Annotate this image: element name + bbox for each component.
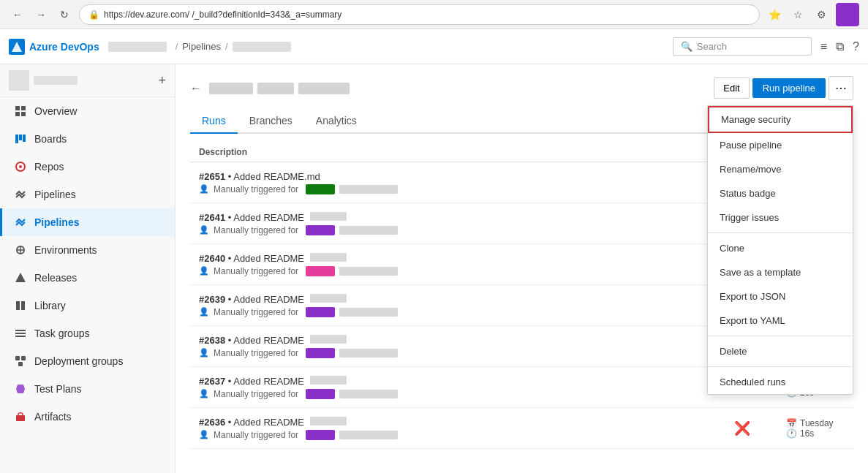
dropdown-item-status-badge[interactable]: Status badge [708,181,853,205]
dropdown-menu: Manage security Pause pipeline Rename/mo… [707,105,853,395]
user-icon: 👤 [199,348,209,357]
run-info: #2651 • Added README.md 👤 Manually trigg… [199,171,757,194]
tab-branches[interactable]: Branches [238,109,304,134]
favorites-btn[interactable]: ☆ [789,6,807,23]
extensions-btn[interactable]: ⭐ [766,6,783,23]
releases-icon [14,271,27,284]
copy-icon-btn[interactable]: ⧉ [836,40,844,53]
table-row[interactable]: #2636 • Added README 👤 Manually triggere… [190,408,853,449]
dropdown-item-export-yaml[interactable]: Export to YAML [708,309,853,333]
sidebar-item-artifacts[interactable]: Artifacts [0,403,175,431]
sidebar-label-library: Library [34,300,66,311]
refresh-button[interactable]: ↻ [56,6,73,23]
run-info: #2636 • Added README 👤 Manually triggere… [199,417,698,440]
dropdown-item-scheduled-runs[interactable]: Scheduled runs [708,370,853,394]
dropdown-item-manage-security[interactable]: Manage security [708,106,853,133]
help-icon-btn[interactable]: ? [853,40,859,53]
sidebar-add-button[interactable]: + [158,73,166,88]
pipeline-back-button[interactable]: ← [190,82,202,95]
sidebar-org [9,70,78,91]
forward-button[interactable]: → [32,6,50,23]
search-bar[interactable]: 🔍 Search [673,37,812,56]
branch-block [306,266,335,276]
branch-block [306,348,335,358]
dropdown-item-delete[interactable]: Delete [708,339,853,363]
devops-logo[interactable]: Azure DevOps [9,39,99,55]
tab-runs[interactable]: Runs [190,109,238,134]
svg-rect-6 [15,135,18,143]
blurred-title [310,335,347,344]
sidebar-item-library[interactable]: Library [0,292,175,319]
svg-rect-2 [15,106,20,110]
tab-analytics[interactable]: Analytics [304,109,369,134]
run-sub: 👤 Manually triggered for [199,266,757,276]
dropdown-item-trigger-issues[interactable]: Trigger issues [708,205,853,230]
run-info: #2637 • Added README 👤 Manually triggere… [199,376,698,399]
run-info: #2638 • Added README 👤 Manually triggere… [199,335,757,358]
run-info: #2640 • Added README 👤 Manually triggere… [199,253,757,276]
sidebar-item-task-groups[interactable]: Task groups [0,319,175,347]
sidebar-label-task-groups: Task groups [34,328,89,339]
sidebar-label-artifacts: Artifacts [34,411,72,423]
sidebar-item-environments[interactable]: Environments [0,236,175,264]
run-sub: 👤 Manually triggered for [199,348,757,358]
sidebar-item-pipelines[interactable]: Pipelines [0,208,175,236]
browser-chrome: ← → ↻ 🔒 https://dev.azure.com/ /_build?d… [0,0,868,29]
artifacts-icon [14,410,27,423]
breadcrumb-pipelines[interactable]: Pipelines [182,41,221,52]
run-sub: 👤 Manually triggered for [199,225,757,235]
run-title: #2637 • Added README [199,376,698,387]
deployment-groups-icon [14,355,27,368]
sidebar-item-overview[interactable]: Overview [0,97,175,125]
sidebar-item-repos[interactable]: Repos [0,153,175,181]
user-avatar[interactable] [836,3,859,26]
svg-rect-3 [21,106,26,110]
settings-btn[interactable]: ⚙ [812,6,830,23]
svg-rect-17 [15,330,26,331]
sidebar: + Overview Boards Repos [0,64,176,473]
run-stages: ❌ [698,420,786,436]
sidebar-item-deployment-groups[interactable]: Deployment groups [0,347,175,375]
main-content: + Overview Boards Repos [0,64,868,473]
pipeline-name-block-3 [298,83,350,94]
back-button[interactable]: ← [9,6,26,23]
dropdown-item-export-json[interactable]: Export to JSON [708,284,853,309]
sidebar-item-pipelines-parent[interactable]: Pipelines [0,181,175,208]
blurred-user [339,226,398,235]
user-icon: 👤 [199,184,209,194]
pipeline-header-left: ← [190,82,350,95]
sidebar-item-releases[interactable]: Releases [0,264,175,292]
sidebar-label-boards: Boards [34,133,67,145]
pipeline-name-block-1 [209,83,253,94]
run-sub: 👤 Manually triggered for [199,307,757,317]
dropdown-item-pause-pipeline[interactable]: Pause pipeline [708,133,853,157]
more-options-button[interactable]: ⋯ [829,76,853,100]
svg-rect-16 [21,301,25,310]
address-bar[interactable]: 🔒 https://dev.azure.com/ /_build?definit… [79,4,760,25]
clock-icon: 🕐 [786,428,797,439]
blurred-title [310,294,347,303]
dropdown-item-save-template[interactable]: Save as a template [708,260,853,284]
pipeline-header-right: Edit Run pipeline ⋯ [714,76,853,100]
sidebar-top: + [0,64,175,97]
boards-icon [14,132,27,145]
user-icon: 👤 [199,307,209,317]
sidebar-item-test-plans[interactable]: Test Plans [0,375,175,403]
sidebar-item-boards[interactable]: Boards [0,125,175,153]
sidebar-label-pipelines: Pipelines [34,216,79,228]
content-area: ← Edit Run pipeline ⋯ Runs Branches [176,64,868,473]
list-icon-btn[interactable]: ≡ [820,40,827,53]
sidebar-label-pipelines-parent: Pipelines [34,189,76,200]
dropdown-item-rename-move[interactable]: Rename/move [708,157,853,181]
run-pipeline-button[interactable]: Run pipeline [752,78,826,98]
devops-logo-icon [9,39,25,55]
edit-button[interactable]: Edit [714,77,749,99]
run-info: #2639 • Added README 👤 Manually triggere… [199,294,757,317]
blurred-title [310,417,347,425]
blurred-user [339,308,398,317]
dropdown-item-clone[interactable]: Clone [708,236,853,260]
overview-icon [14,105,27,118]
org-text-block [34,76,78,85]
search-icon: 🔍 [681,41,692,52]
sidebar-label-repos: Repos [34,161,64,173]
